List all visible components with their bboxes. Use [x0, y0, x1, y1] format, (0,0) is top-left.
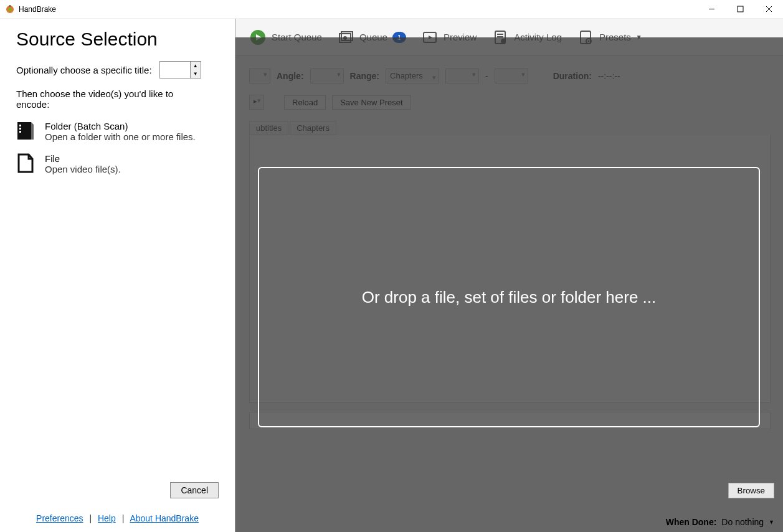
drop-zone[interactable]: Or drop a file, set of files or folder h… [258, 167, 760, 427]
toolbar-activity-log-label: Activity Log [514, 32, 562, 42]
choose-folder[interactable]: Folder (Batch Scan) Open a folder with o… [16, 121, 219, 142]
toolbar-preview-label: Preview [444, 32, 477, 42]
toolbar-queue-label: Queue [359, 32, 387, 42]
title-number-spinner[interactable]: ▲ ▼ [159, 61, 201, 78]
file-icon [16, 153, 35, 173]
range-dash: - [485, 71, 488, 81]
tab-subtitles[interactable]: ubtitles [249, 121, 288, 135]
toolbar-start-queue[interactable]: Start Queue [249, 29, 322, 46]
svg-rect-4 [738, 6, 743, 12]
svg-point-20 [588, 40, 590, 42]
when-done-value[interactable]: Do nothing [721, 517, 764, 527]
toolbar-preview[interactable]: Preview [421, 29, 477, 46]
duration-value: --:--:-- [598, 71, 620, 81]
preset-expand[interactable]: ▸ [249, 95, 264, 110]
panel-helper-text: Then choose the video(s) you'd like to e… [16, 88, 203, 110]
source-selection-panel: Source Selection Optionally choose a spe… [0, 19, 235, 532]
help-link[interactable]: Help [98, 513, 116, 523]
toolbar-presets-label: Presets [599, 32, 631, 42]
cancel-button[interactable]: Cancel [170, 482, 219, 498]
svg-point-1 [9, 7, 12, 11]
svg-point-17 [501, 39, 506, 44]
title-spin-down[interactable]: ▼ [191, 70, 201, 78]
footer-links: Preferences | Help | About HandBrake [16, 513, 219, 523]
svg-rect-24 [19, 128, 21, 130]
range-label: Range: [350, 71, 379, 81]
chevron-down-icon: ▼ [636, 34, 642, 40]
choose-file-title: File [45, 153, 121, 164]
angle-label: Angle: [277, 71, 304, 81]
choose-folder-title: Folder (Batch Scan) [45, 121, 196, 131]
browse-button[interactable]: Browse [728, 483, 774, 498]
choose-file[interactable]: File Open video file(s). [16, 153, 219, 174]
toolbar-start-queue-label: Start Queue [272, 32, 322, 42]
title-spin-up[interactable]: ▲ [191, 62, 201, 70]
preferences-link[interactable]: Preferences [36, 513, 83, 523]
svg-rect-23 [19, 125, 21, 126]
angle-select[interactable] [310, 69, 344, 83]
chevron-down-icon: ▼ [769, 519, 774, 525]
queue-count-badge: 1 [392, 32, 406, 43]
save-new-preset-button[interactable]: Save New Preset [332, 95, 410, 110]
duration-label: Duration: [553, 71, 592, 81]
toolbar-presets[interactable]: Presets ▼ [577, 29, 642, 46]
window-close-button[interactable] [754, 0, 783, 19]
panel-heading: Source Selection [16, 29, 219, 50]
svg-marker-13 [429, 36, 432, 39]
activity-log-icon [491, 29, 509, 46]
when-done-row: When Done: Do nothing ▼ [666, 517, 774, 527]
choose-file-sub: Open video file(s). [45, 164, 121, 174]
tab-chapters[interactable]: Chapters [290, 121, 336, 135]
window-maximize-button[interactable] [726, 0, 754, 19]
svg-point-11 [343, 36, 347, 40]
presets-icon [577, 29, 594, 46]
titlebar: HandBrake [0, 0, 783, 19]
folder-icon [16, 121, 35, 141]
reload-button[interactable]: Reload [284, 95, 326, 110]
title-choice-label: Optionally choose a specific title: [16, 65, 152, 75]
when-done-label: When Done: [666, 517, 717, 527]
drop-zone-text: Or drop a file, set of files or folder h… [362, 288, 657, 307]
toolbar-activity-log[interactable]: Activity Log [491, 29, 562, 46]
window-minimize-button[interactable] [697, 0, 726, 19]
play-icon [249, 29, 267, 46]
svg-rect-25 [19, 131, 21, 133]
title-number-input[interactable] [160, 62, 190, 78]
range-from-select[interactable] [445, 69, 479, 83]
range-to-select[interactable] [495, 69, 528, 83]
about-link[interactable]: About HandBrake [130, 513, 199, 523]
svg-marker-22 [31, 122, 34, 140]
range-type-select[interactable]: Chapters [386, 69, 439, 83]
handbrake-app-icon [5, 4, 15, 14]
toolbar-queue[interactable]: Queue 1 [337, 29, 406, 46]
svg-rect-2 [9, 5, 11, 7]
preview-icon [421, 29, 439, 46]
window-title: HandBrake [19, 5, 56, 14]
choose-folder-sub: Open a folder with one or more files. [45, 131, 196, 142]
title-select[interactable] [249, 69, 270, 83]
queue-icon [337, 29, 354, 46]
